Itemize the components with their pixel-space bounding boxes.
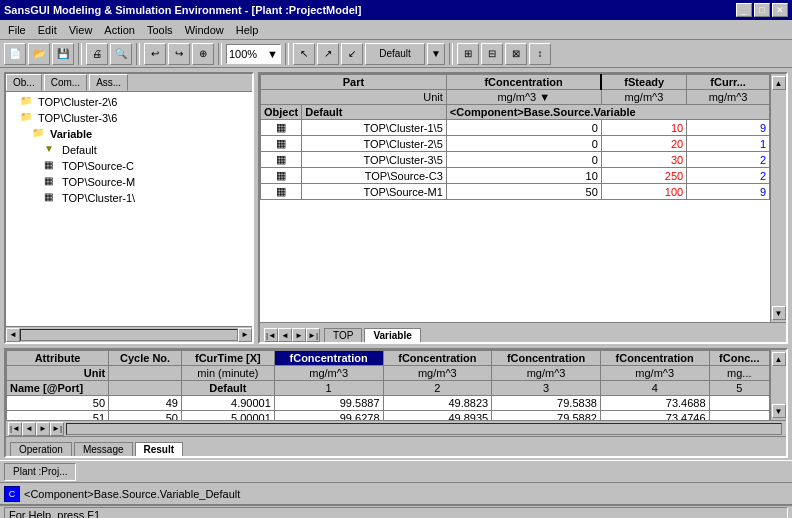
tree-label: TOP\Source-M bbox=[62, 176, 135, 188]
redo-button[interactable]: ↪ bbox=[168, 43, 190, 65]
btn10[interactable]: ⊟ bbox=[481, 43, 503, 65]
btn4[interactable]: ↖ bbox=[293, 43, 315, 65]
row-val1: 10 bbox=[446, 168, 601, 184]
menu-window[interactable]: Window bbox=[179, 22, 230, 38]
menu-view[interactable]: View bbox=[63, 22, 99, 38]
btn11[interactable]: ⊠ bbox=[505, 43, 527, 65]
list-item[interactable]: 📁 TOP\Cluster-2\6 bbox=[8, 94, 250, 110]
nav-prev-button[interactable]: ◄ bbox=[278, 328, 292, 342]
btn3[interactable]: ⊕ bbox=[192, 43, 214, 65]
table-row[interactable]: ▦ TOP\Cluster-2\5 0 20 1 bbox=[261, 136, 770, 152]
tab-operation[interactable]: Operation bbox=[10, 442, 72, 456]
sep1 bbox=[78, 43, 82, 65]
preview-button[interactable]: 🔍 bbox=[110, 43, 132, 65]
close-button[interactable]: ✕ bbox=[772, 3, 788, 17]
nav-last-button[interactable]: ►| bbox=[50, 422, 64, 436]
btn8[interactable]: ▼ bbox=[427, 43, 445, 65]
tree-area[interactable]: 📁 TOP\Cluster-2\6 📁 TOP\Cluster-3\6 📁 Va… bbox=[6, 92, 252, 326]
sep3 bbox=[218, 43, 222, 65]
tab-message[interactable]: Message bbox=[74, 442, 133, 456]
vscroll-track[interactable] bbox=[773, 90, 785, 306]
tab-variable[interactable]: Variable bbox=[364, 328, 420, 342]
tree-label: Default bbox=[62, 144, 97, 156]
zoom-selector[interactable]: 100% ▼ bbox=[226, 44, 281, 64]
row-val1: 0 bbox=[446, 152, 601, 168]
menu-file[interactable]: File bbox=[2, 22, 32, 38]
btn12[interactable]: ↕ bbox=[529, 43, 551, 65]
table-row[interactable]: ▦ TOP\Cluster-3\5 0 30 2 bbox=[261, 152, 770, 168]
list-item[interactable]: ▼ Default bbox=[8, 142, 250, 158]
hscroll-track[interactable] bbox=[20, 329, 238, 341]
list-item[interactable]: 📁 Variable bbox=[8, 126, 250, 142]
tab-objects[interactable]: Ob... bbox=[6, 74, 42, 91]
menu-action[interactable]: Action bbox=[98, 22, 141, 38]
scroll-down-button[interactable]: ▼ bbox=[772, 404, 786, 418]
scroll-up-button[interactable]: ▲ bbox=[772, 352, 786, 366]
list-item[interactable]: ▦ TOP\Cluster-1\ bbox=[8, 190, 250, 206]
scroll-down-button[interactable]: ▼ bbox=[772, 306, 786, 320]
menu-tools[interactable]: Tools bbox=[141, 22, 179, 38]
open-button[interactable]: 📂 bbox=[28, 43, 50, 65]
scroll-left-button[interactable]: ◄ bbox=[6, 328, 20, 342]
btn7[interactable]: Default bbox=[365, 43, 425, 65]
unit-row: Unit mg/m^3 ▼ mg/m^3 mg/m^3 bbox=[261, 90, 770, 105]
table-row[interactable]: ▦ TOP\Source-M1 50 100 9 bbox=[261, 184, 770, 200]
list-item[interactable]: 📁 TOP\Cluster-3\6 bbox=[8, 110, 250, 126]
lower-unit-time: min (minute) bbox=[181, 366, 274, 381]
scroll-up-button[interactable]: ▲ bbox=[772, 76, 786, 90]
hscroll-track[interactable] bbox=[66, 423, 782, 435]
row-cycle: 50 bbox=[109, 411, 182, 421]
tab-result[interactable]: Result bbox=[135, 442, 184, 456]
nav-first-button[interactable]: |◄ bbox=[264, 328, 278, 342]
taskbar-plant-button[interactable]: Plant :Proj... bbox=[4, 463, 76, 481]
tab-components[interactable]: Com... bbox=[44, 74, 87, 91]
lower-hscrollbar[interactable]: |◄ ◄ ► ►| bbox=[6, 420, 786, 436]
conc3-header: fConcentration bbox=[492, 351, 601, 366]
nav-next-button[interactable]: ► bbox=[292, 328, 306, 342]
nav-last-button[interactable]: ►| bbox=[306, 328, 320, 342]
new-button[interactable]: 📄 bbox=[4, 43, 26, 65]
lower-name-4: 4 bbox=[600, 381, 709, 396]
row-label: TOP\Cluster-1\5 bbox=[302, 120, 447, 136]
lower-name-2: 2 bbox=[383, 381, 492, 396]
nav-first-button[interactable]: |◄ bbox=[8, 422, 22, 436]
vscroll-track[interactable] bbox=[773, 366, 785, 404]
unit-concentration[interactable]: mg/m^3 ▼ bbox=[446, 90, 601, 105]
table-row[interactable]: 51 50 5.00001 99.6278 49.8935 79.5882 73… bbox=[7, 411, 770, 421]
menu-help[interactable]: Help bbox=[230, 22, 265, 38]
btn6[interactable]: ↙ bbox=[341, 43, 363, 65]
undo-button[interactable]: ↩ bbox=[144, 43, 166, 65]
lower-unit-label: Unit bbox=[7, 366, 109, 381]
print-button[interactable]: 🖨 bbox=[86, 43, 108, 65]
table-row[interactable]: 50 49 4.90001 99.5887 49.8823 79.5838 73… bbox=[7, 396, 770, 411]
row-val3: 9 bbox=[687, 184, 770, 200]
menu-edit[interactable]: Edit bbox=[32, 22, 63, 38]
lower-grid[interactable]: Attribute Cycle No. fCurTime [X] fConcen… bbox=[6, 350, 770, 420]
row-c2: 49.8823 bbox=[383, 396, 492, 411]
status-bar: For Help, press F1 bbox=[0, 504, 792, 518]
row-val2: 10 bbox=[601, 120, 686, 136]
nav-next-button[interactable]: ► bbox=[36, 422, 50, 436]
tab-top[interactable]: TOP bbox=[324, 328, 362, 342]
btn5[interactable]: ↗ bbox=[317, 43, 339, 65]
upper-vscrollbar[interactable]: ▲ ▼ bbox=[770, 74, 786, 322]
tree-hscrollbar[interactable]: ◄ ► bbox=[6, 326, 252, 342]
minimize-button[interactable]: _ bbox=[736, 3, 752, 17]
list-item[interactable]: ▦ TOP\Source-M bbox=[8, 174, 250, 190]
main-content: Ob... Com... Ass... 📁 TOP\Cluster-2\6 📁 … bbox=[0, 68, 792, 348]
table-row[interactable]: ▦ TOP\Source-C3 10 250 2 bbox=[261, 168, 770, 184]
sep4 bbox=[285, 43, 289, 65]
btn9[interactable]: ⊞ bbox=[457, 43, 479, 65]
save-button[interactable]: 💾 bbox=[52, 43, 74, 65]
upper-grid-panel: Part fConcentration fSteady fCurr... Uni… bbox=[258, 72, 788, 344]
maximize-button[interactable]: □ bbox=[754, 3, 770, 17]
nav-prev-button[interactable]: ◄ bbox=[22, 422, 36, 436]
row-c1: 99.5887 bbox=[274, 396, 383, 411]
table-row[interactable]: ▦ TOP\Cluster-1\5 0 10 9 bbox=[261, 120, 770, 136]
tab-associations[interactable]: Ass... bbox=[89, 74, 128, 91]
sep2 bbox=[136, 43, 140, 65]
upper-grid[interactable]: Part fConcentration fSteady fCurr... Uni… bbox=[260, 74, 770, 322]
scroll-right-button[interactable]: ► bbox=[238, 328, 252, 342]
lower-vscrollbar[interactable]: ▲ ▼ bbox=[770, 350, 786, 420]
list-item[interactable]: ▦ TOP\Source-C bbox=[8, 158, 250, 174]
